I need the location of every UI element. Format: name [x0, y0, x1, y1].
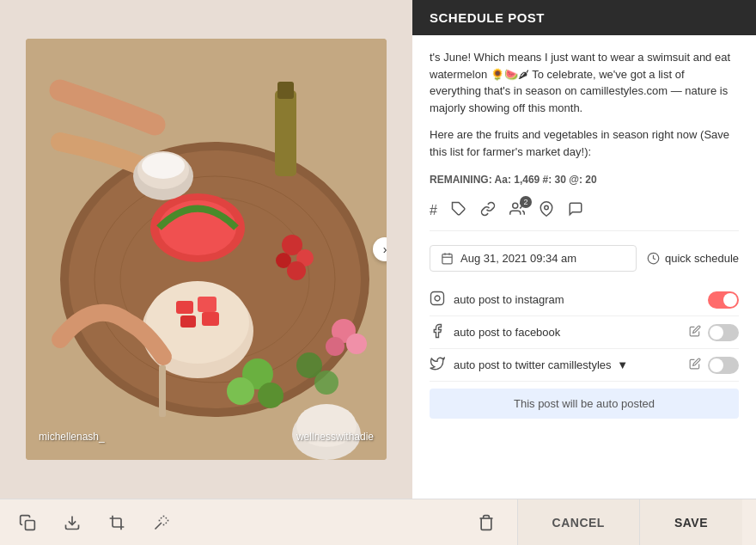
auto-post-facebook-row: auto post to facebook: [430, 316, 739, 349]
hashtag-icon[interactable]: #: [430, 203, 437, 218]
post-text-2: Here are the fruits and vegetables in se…: [430, 126, 739, 160]
schedule-date-row: Aug 31, 2021 09:34 am quick schedule: [430, 245, 739, 272]
clock-icon: [647, 252, 660, 265]
right-content: t's June! Which means I just want to wea…: [412, 35, 756, 499]
tag-icon[interactable]: [451, 201, 466, 220]
twitter-label: auto post to twitter camillestyles ▼: [454, 358, 689, 371]
facebook-toggle[interactable]: [708, 324, 739, 341]
svg-point-31: [142, 153, 185, 179]
svg-point-35: [545, 205, 549, 210]
svg-point-18: [227, 377, 254, 405]
image-container: michellenash_ wellnesswithadie ›: [26, 39, 387, 460]
svg-point-26: [326, 337, 344, 356]
instagram-label: auto post to instagram: [454, 293, 708, 306]
save-button[interactable]: SAVE: [639, 499, 742, 546]
bottom-left-tools: [14, 509, 517, 536]
link-icon[interactable]: [480, 201, 496, 220]
instagram-toggle[interactable]: [708, 291, 739, 309]
auto-post-twitter-row: auto post to twitter camillestyles ▼: [430, 349, 739, 382]
schedule-post-title: SCHEDULE POST: [430, 10, 545, 25]
svg-point-21: [314, 370, 338, 395]
svg-rect-9: [176, 301, 193, 314]
svg-rect-43: [26, 520, 35, 530]
svg-point-25: [346, 334, 367, 354]
svg-rect-12: [202, 312, 219, 326]
schedule-post-header: SCHEDULE POST: [412, 0, 756, 35]
action-buttons: CANCEL SAVE: [517, 499, 742, 546]
download-button[interactable]: [58, 509, 86, 536]
facebook-edit-icon[interactable]: [689, 325, 701, 340]
post-text-1: t's June! Which means I just want to wea…: [430, 49, 739, 116]
twitter-edit-icon[interactable]: [689, 358, 701, 372]
scheduled-date: Aug 31, 2021 09:34 am: [460, 252, 576, 265]
food-image: [26, 39, 387, 460]
crop-button[interactable]: [103, 509, 131, 536]
post-toolbar: #: [430, 201, 739, 231]
svg-point-34: [513, 203, 518, 208]
right-panel: SCHEDULE POST t's June! Which means I ju…: [412, 0, 756, 499]
svg-point-16: [287, 261, 306, 280]
bottom-toolbar: CANCEL SAVE: [0, 499, 756, 545]
copy-button[interactable]: [14, 509, 41, 536]
svg-rect-11: [180, 315, 196, 328]
svg-rect-27: [275, 90, 296, 176]
auto-post-instagram-row: auto post to instagram: [430, 284, 739, 316]
cancel-button[interactable]: CANCEL: [517, 499, 639, 546]
svg-rect-32: [159, 365, 166, 417]
facebook-label: auto post to facebook: [454, 326, 689, 339]
svg-rect-10: [198, 297, 216, 312]
quick-schedule-label: quick schedule: [665, 252, 739, 265]
remaining-bar: REMAINING: Aa: 1,469 #: 30 @: 20: [430, 170, 739, 189]
auto-post-banner: This post will be auto posted: [430, 389, 739, 419]
left-panel: michellenash_ wellnesswithadie ›: [0, 0, 412, 499]
twitter-toggle[interactable]: [708, 357, 739, 374]
svg-rect-41: [431, 292, 444, 305]
delete-button[interactable]: [472, 509, 500, 536]
comment-icon[interactable]: [568, 201, 583, 220]
calendar-icon: [441, 252, 454, 265]
mention-count: 2: [520, 196, 532, 208]
mention-icon[interactable]: 2: [509, 201, 525, 220]
image-label-left: michellenash_: [39, 431, 105, 443]
svg-rect-36: [442, 254, 452, 264]
twitter-icon: [430, 356, 447, 374]
facebook-icon: [430, 323, 447, 341]
magic-button[interactable]: [148, 509, 175, 536]
quick-schedule-button[interactable]: quick schedule: [647, 252, 739, 265]
instagram-icon: [430, 291, 447, 309]
svg-point-19: [258, 383, 284, 408]
date-field[interactable]: Aug 31, 2021 09:34 am: [430, 245, 637, 272]
twitter-dropdown-arrow[interactable]: ▼: [617, 358, 628, 371]
location-icon[interactable]: [539, 201, 554, 220]
svg-rect-28: [277, 82, 294, 99]
image-label-right: wellnesswithadie: [296, 431, 374, 443]
